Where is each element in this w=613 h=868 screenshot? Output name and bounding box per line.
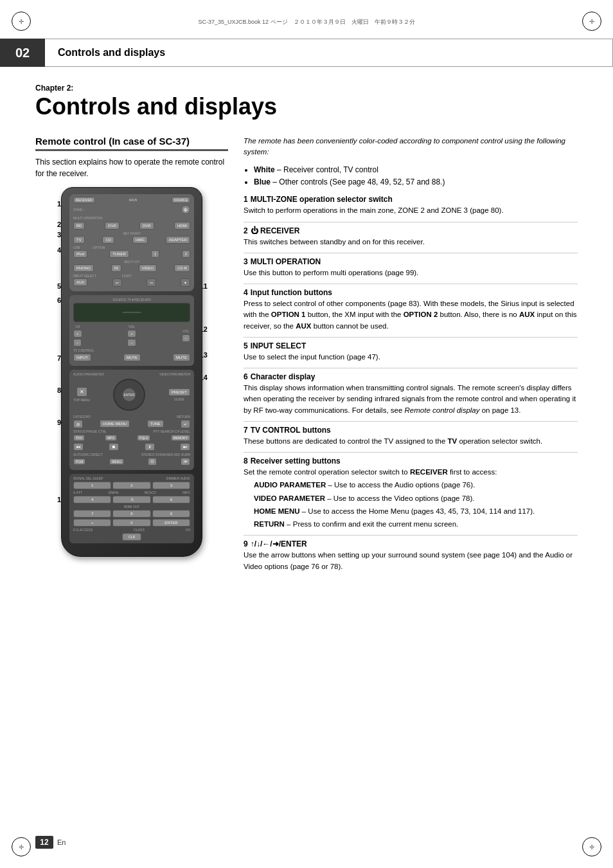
remote-row-multi: MULTI OPERATION bbox=[73, 216, 190, 220]
remote-row-ch-vol: CH + – VOL + – VOL – bbox=[73, 325, 190, 347]
remote-audioparam-videoparam-labels: AUDIO PARAMETERVIDEO PARAMETER bbox=[73, 372, 190, 376]
item-8-audio-param: AUDIO PARAMETER – Use to access the Audi… bbox=[254, 480, 578, 491]
chapter-header-title: Controls and displays bbox=[45, 39, 613, 67]
bullet-white: White – Receiver control, TV control bbox=[254, 164, 578, 176]
remote-source-receiver-label: SOURCE TV▼RECEIVER bbox=[73, 298, 190, 302]
remote-info-btn: ⊞ bbox=[73, 420, 83, 428]
remote-num2: 2 bbox=[112, 482, 150, 489]
remote-row-ipod: iPod TUNER 1 2 bbox=[73, 250, 190, 258]
remote-tophand-label: TOP MENU bbox=[73, 398, 90, 402]
remote-tune-btn: TUNE bbox=[147, 420, 164, 428]
remote-arc2-btn: ↪ bbox=[147, 278, 156, 287]
chapter-label: Chapter 2: bbox=[35, 84, 578, 93]
remote-top-section: RECEIVER MAIN SOURCE ZONE↕ ⏻ MULTI OPERA… bbox=[69, 194, 194, 291]
remote-numpad-section: SIGNAL SEL SLEEPDIMMER AUDIO 1 2 3 A.ATT… bbox=[69, 474, 194, 543]
remote-preset-right-btn: PRESET bbox=[168, 388, 190, 396]
item-3-body: Use this button to perform multi operati… bbox=[244, 267, 578, 278]
item-6-title: 6Character display bbox=[244, 372, 578, 381]
item-2: 2⏻ RECEIVER This switches between standb… bbox=[244, 226, 578, 248]
two-col-layout: Remote control (In case of SC-37) This s… bbox=[35, 136, 578, 577]
remote-category-return-labels: CATEGORYRETURN bbox=[73, 415, 190, 419]
remote-video-btn: VIDEO bbox=[139, 264, 157, 272]
chapter-title: Controls and displays bbox=[35, 94, 578, 120]
remote-num6: 6 bbox=[152, 496, 190, 503]
remote-source-btn: SOURCE bbox=[172, 197, 190, 203]
remote-tuner-btn: TUNER bbox=[109, 250, 129, 258]
item-9-body: Use the arrow buttons when setting up yo… bbox=[244, 550, 578, 572]
section-intro: This section explains how to operate the… bbox=[35, 156, 228, 179]
item-5-body: Use to select the input function (page 4… bbox=[244, 352, 578, 363]
item-8-return: RETURN – Press to confirm and exit the c… bbox=[254, 519, 578, 530]
corner-tr: ✛ bbox=[582, 12, 601, 31]
remote-dvd-btn: DVD bbox=[105, 222, 120, 230]
bullet-blue: Blue – Other controls (See page 48, 49, … bbox=[254, 176, 578, 188]
remote-multich-label: MULTI CH bbox=[73, 260, 190, 264]
remote-multi-op-label: MULTI OPERATION bbox=[73, 216, 102, 220]
remote-vol-group: VOL + – bbox=[127, 325, 136, 347]
remote-stop-btn: ⏹ bbox=[109, 443, 119, 451]
remote-guide-label: GUIDE bbox=[174, 397, 184, 401]
page-number: 12 bbox=[35, 836, 53, 849]
item-9-title: 9↑/↓/←/➜/ENTER bbox=[244, 539, 578, 548]
remote-row-bd: BD DVD DVR HDMI bbox=[73, 222, 190, 230]
item-5: 5INPUT SELECT Use to select the input fu… bbox=[244, 341, 578, 363]
remote-numpad-456: 4 ·5 6 bbox=[73, 496, 190, 503]
remote-pgm-btn: PGM bbox=[73, 458, 85, 465]
remote-row-zone: RECEIVER MAIN SOURCE bbox=[73, 197, 190, 203]
remote-tv-btn: TV bbox=[73, 236, 85, 244]
remote-memory-btn: MEMORY bbox=[171, 435, 190, 441]
item-1: 1MULTI-ZONE operation selector switch Sw… bbox=[244, 195, 578, 216]
item-1-body: Switch to perform operations in the main… bbox=[244, 205, 578, 216]
remote-phono-btn: PHONO bbox=[73, 264, 94, 272]
left-column: Remote control (In case of SC-37) This s… bbox=[35, 136, 228, 577]
top-meta: SC-37_35_UXJCB.book 12 ページ ２０１０年３月９日 火曜日… bbox=[39, 18, 574, 26]
right-column: The remote has been conveniently color-c… bbox=[244, 136, 578, 577]
remote-num1: 1 bbox=[73, 482, 111, 489]
remote-ch-label: CH bbox=[75, 325, 80, 329]
remote-vol-right-label: VOL bbox=[182, 329, 189, 333]
remote-aux-btn: AUX bbox=[73, 278, 87, 286]
remote-numpad-123: 1 2 3 bbox=[73, 482, 190, 489]
remote-adapter-btn: ADAPTER bbox=[166, 236, 190, 244]
remote-display: ──────── bbox=[73, 303, 190, 322]
remote-num8: 8 bbox=[112, 510, 150, 518]
remote-ipod-btn: iPod bbox=[73, 250, 87, 258]
remote-main-label: MAIN bbox=[129, 198, 138, 202]
remote-mpx-btn: MPX bbox=[105, 435, 117, 441]
remote-num0: 0 bbox=[112, 519, 150, 527]
remote-numpad-789: 7 8 9 bbox=[73, 510, 190, 518]
item-9: 9↑/↓/←/➜/ENTER Use the arrow buttons whe… bbox=[244, 539, 578, 572]
remote-row-aux: AUX ↩ ↪ ✦ bbox=[73, 278, 190, 287]
remote-row-zone2: ZONE↕ ⏻ bbox=[73, 205, 190, 214]
remote-inputselect-light-labels: INPUT SELECTLIGHT bbox=[73, 274, 190, 278]
remote-dim-btn: ⊙ bbox=[148, 458, 157, 466]
remote-row-phono: PHONO IN VIDEO CD-R bbox=[73, 264, 190, 272]
remote-top-left-btn: ✕ bbox=[76, 387, 87, 397]
item-3-title: 3MULTI OPERATION bbox=[244, 257, 578, 266]
remote-status-phasectrl-labels: STATUS PHASE CTRLPTY SEARCH CH LEVEL bbox=[73, 429, 190, 433]
remote-vol-up: + bbox=[127, 330, 136, 338]
remote-autosrc-stereo-labels: AUTO/SRC DIRECTSTEREO STANDARD ADV SURR bbox=[73, 453, 190, 457]
remote-hmg-btn: HMG bbox=[132, 236, 148, 244]
section-heading: Remote control (In case of SC-37) bbox=[35, 136, 228, 151]
remote-num4: 4 bbox=[73, 496, 111, 503]
remote-row-pgm: PGM MENU ⊙ ≫ bbox=[73, 458, 190, 466]
item-8: 8Receiver setting buttons Set the remote… bbox=[244, 457, 578, 530]
remote-vol-down: – bbox=[127, 339, 136, 347]
remote-signal-sleep-labels: SIGNAL SEL SLEEPDIMMER AUDIO bbox=[73, 476, 190, 480]
item-8-video-param: VIDEO PARAMETER – Use to access the Vide… bbox=[254, 493, 578, 504]
remote-vol-right-up: – bbox=[182, 334, 190, 342]
remote-surr-btn: ≫ bbox=[181, 458, 190, 466]
remote-num7: 7 bbox=[73, 510, 111, 518]
item-4: 4Input function buttons Press to select … bbox=[244, 288, 578, 332]
remote-display-text: ──────── bbox=[123, 310, 141, 314]
remote-dvr-btn: DVR bbox=[139, 222, 154, 230]
item-6: 6Character display This display shows in… bbox=[244, 372, 578, 416]
content-area: Chapter 2: Controls and displays Remote … bbox=[35, 84, 578, 577]
item-7: 7TV CONTROL buttons These buttons are de… bbox=[244, 426, 578, 447]
remote-row-tv: TV CD HMG ADAPTER bbox=[73, 236, 190, 244]
item-4-body: Press to select control of other compone… bbox=[244, 298, 578, 332]
item-4-title: 4Input function buttons bbox=[244, 288, 578, 297]
remote-thx-btn: THX bbox=[73, 435, 85, 441]
remote-cd-btn: CD bbox=[102, 236, 114, 244]
